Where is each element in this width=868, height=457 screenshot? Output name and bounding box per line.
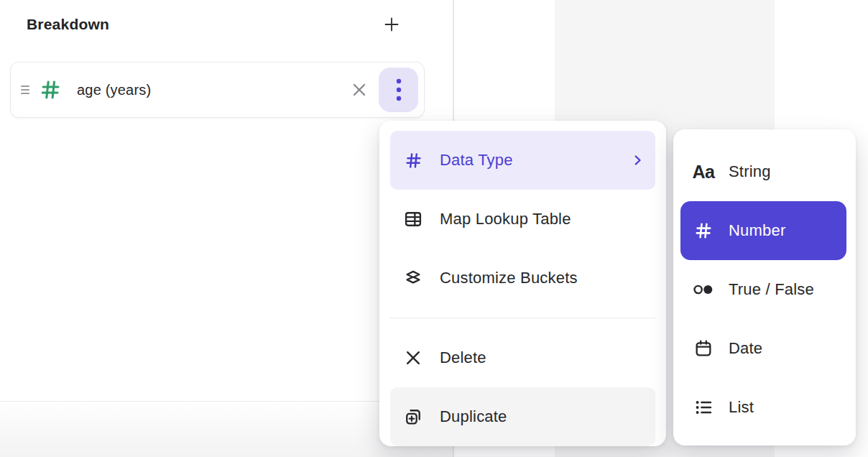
layers-icon (403, 268, 423, 288)
query-builder-screen: Breakdown age (years) (0, 0, 868, 457)
breakdown-header: Breakdown (27, 9, 403, 40)
submenu-item-number[interactable]: Number (680, 201, 846, 260)
menu-item-duplicate[interactable]: Duplicate (390, 387, 655, 446)
calendar-icon (691, 338, 716, 359)
submenu-item-true-false[interactable]: True / False (680, 260, 846, 319)
drag-handle-icon[interactable] (21, 86, 29, 94)
breakdown-field-label: age (years) (77, 82, 151, 98)
data-type-submenu: Aa String Number True / False (673, 129, 856, 446)
submenu-item-label: True / False (729, 280, 814, 299)
submenu-item-label: Number (729, 221, 785, 240)
menu-item-label: Data Type (440, 151, 513, 170)
close-icon (350, 80, 369, 99)
duplicate-icon (403, 407, 423, 427)
submenu-item-label: List (729, 398, 754, 417)
menu-item-customize-buckets[interactable]: Customize Buckets (390, 249, 655, 308)
submenu-item-date[interactable]: Date (680, 319, 846, 378)
submenu-item-label: String (729, 162, 771, 181)
number-hash-icon (39, 78, 62, 101)
submenu-item-string[interactable]: Aa String (680, 142, 846, 201)
breakdown-field-card: age (years) (10, 62, 425, 118)
chevron-right-icon (629, 152, 645, 168)
menu-divider (390, 318, 655, 318)
remove-breakdown-button[interactable] (346, 77, 372, 103)
lookup-table-icon (403, 209, 423, 229)
menu-item-map-lookup-table[interactable]: Map Lookup Table (390, 190, 655, 249)
menu-item-label: Customize Buckets (440, 269, 578, 287)
menu-item-label: Map Lookup Table (440, 210, 571, 228)
menu-item-data-type[interactable]: Data Type (390, 131, 655, 190)
list-icon (691, 397, 716, 418)
hash-icon (691, 220, 716, 241)
menu-item-label: Delete (440, 348, 486, 367)
submenu-item-list[interactable]: List (680, 378, 846, 437)
submenu-item-label: Date (729, 339, 762, 358)
menu-item-delete[interactable]: Delete (390, 328, 655, 387)
add-breakdown-button[interactable] (380, 13, 403, 36)
menu-item-label: Duplicate (440, 407, 507, 426)
kebab-menu-icon (394, 78, 403, 102)
string-aa-icon: Aa (691, 161, 716, 183)
hash-icon (403, 150, 423, 170)
x-icon (403, 348, 423, 368)
breakdown-title: Breakdown (27, 16, 109, 33)
field-options-menu: Data Type Map Lookup Table (379, 121, 666, 446)
field-options-button[interactable] (379, 68, 418, 112)
boolean-icon (691, 279, 716, 300)
plus-icon (382, 14, 402, 34)
